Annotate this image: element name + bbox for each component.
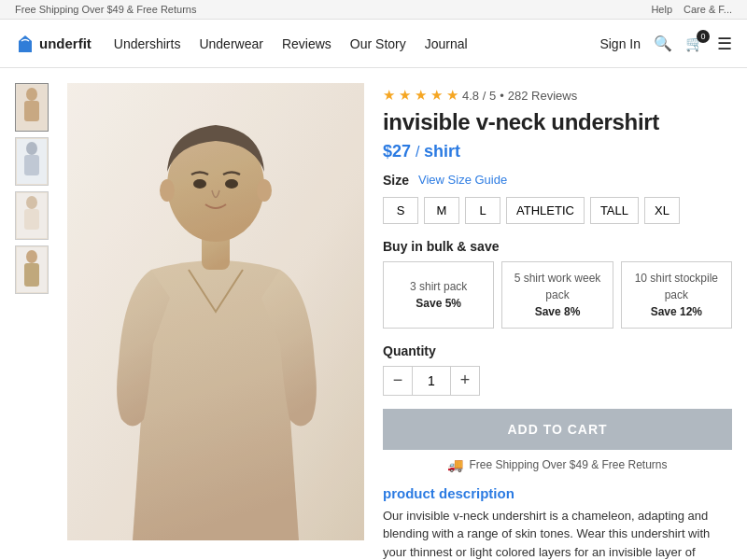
top-bar-links: Help Care & F... [651, 4, 732, 15]
bulk-5pack[interactable]: 5 shirt work week pack Save 8% [501, 261, 613, 329]
nav-journal[interactable]: Journal [425, 36, 468, 51]
size-l[interactable]: L [465, 197, 500, 224]
size-xl[interactable]: XL [644, 197, 680, 224]
main-product-image [67, 83, 364, 540]
svg-point-10 [26, 250, 37, 263]
qty-input[interactable] [413, 366, 450, 396]
truck-icon: 🚚 [447, 457, 463, 472]
thumbnail-list [15, 83, 49, 560]
nav-links: Undershirts Underwear Reviews Our Story … [114, 36, 600, 51]
qty-label: Quantity [383, 343, 732, 358]
main-content: ★ ★ ★ ★ ★ 4.8 / 5 • 282 Reviews invisibl… [0, 68, 747, 560]
sign-in-link[interactable]: Sign In [599, 36, 641, 51]
thumb-4-img [17, 247, 47, 292]
help-link[interactable]: Help [651, 4, 672, 15]
dot-separator: • [500, 89, 504, 103]
star-2: ★ [399, 87, 411, 104]
svg-rect-5 [24, 155, 39, 175]
size-tall[interactable]: TALL [590, 197, 639, 224]
star-half: ★ [446, 87, 458, 104]
shipping-note: 🚚 Free Shipping Over $49 & Free Returns [383, 457, 732, 472]
add-to-cart-button[interactable]: ADD TO CART [383, 409, 732, 450]
description-section: product description Our invisible v-neck… [383, 485, 732, 560]
logo-icon [15, 34, 35, 54]
size-guide-link[interactable]: View Size Guide [418, 173, 507, 187]
qty-increment[interactable]: + [450, 366, 480, 396]
nav-underwear[interactable]: Underwear [199, 36, 262, 51]
logo-text: underfit [39, 35, 92, 51]
nav-undershirts[interactable]: Undershirts [114, 36, 181, 51]
thumb-1[interactable] [15, 83, 49, 132]
thumb-4[interactable] [15, 245, 49, 294]
thumb-3-img [17, 193, 47, 238]
size-s[interactable]: S [383, 197, 418, 224]
bulk-label: Buy in bulk & save [383, 239, 732, 254]
size-row: Size View Size Guide [383, 173, 732, 188]
bulk-3pack[interactable]: 3 shirt pack Save 5% [383, 261, 494, 329]
menu-icon[interactable]: ☰ [717, 34, 732, 54]
svg-point-1 [26, 88, 37, 101]
main-nav: underfit Undershirts Underwear Reviews O… [0, 20, 747, 68]
bulk-10pack[interactable]: 10 shirt stockpile pack Save 12% [621, 261, 732, 329]
cart-icon-wrap[interactable]: 🛒 0 [685, 35, 704, 52]
logo-link[interactable]: underfit [15, 34, 92, 54]
svg-point-17 [160, 179, 175, 202]
thumb-2[interactable] [15, 137, 49, 186]
size-options: S M L ATHLETIC TALL XL [383, 197, 732, 224]
star-4: ★ [430, 87, 443, 104]
nav-right: Sign In 🔍 🛒 0 ☰ [599, 34, 732, 54]
rating-row: ★ ★ ★ ★ ★ 4.8 / 5 • 282 Reviews [383, 87, 732, 104]
svg-rect-8 [24, 209, 39, 230]
qty-row: − + [383, 366, 732, 396]
product-info: ★ ★ ★ ★ ★ 4.8 / 5 • 282 Reviews invisibl… [383, 83, 732, 560]
svg-point-4 [26, 142, 37, 155]
search-icon[interactable]: 🔍 [654, 35, 672, 52]
size-label: Size [383, 173, 409, 188]
desc-text: Our invisible v-neck undershirt is a cha… [383, 507, 732, 560]
size-m[interactable]: M [424, 197, 459, 224]
svg-point-18 [257, 179, 272, 202]
product-photo [67, 83, 364, 540]
star-3: ★ [415, 87, 427, 104]
nav-our-story[interactable]: Our Story [350, 36, 406, 51]
bulk-options: 3 shirt pack Save 5% 5 shirt work week p… [383, 261, 732, 329]
care-link[interactable]: Care & F... [684, 4, 732, 15]
shipping-text: Free Shipping Over $49 & Free Returns [469, 458, 667, 471]
star-1: ★ [383, 87, 395, 104]
svg-point-16 [225, 179, 238, 189]
svg-point-7 [26, 196, 37, 209]
cart-badge: 0 [697, 30, 710, 43]
svg-point-15 [193, 179, 206, 189]
promo-text: Free Shipping Over $49 & Free Returns [15, 4, 196, 15]
product-price: $27 / shirt [383, 142, 732, 161]
desc-heading: product description [383, 485, 732, 501]
rating-value: 4.8 / 5 [462, 89, 496, 103]
svg-rect-11 [24, 263, 39, 287]
thumb-1-img [17, 85, 47, 130]
nav-reviews[interactable]: Reviews [282, 36, 331, 51]
qty-decrement[interactable]: − [383, 366, 413, 396]
size-athletic[interactable]: ATHLETIC [506, 197, 585, 224]
reviews-link[interactable]: 282 Reviews [508, 89, 577, 103]
svg-rect-2 [24, 101, 39, 121]
top-bar: Free Shipping Over $49 & Free Returns He… [0, 0, 747, 20]
product-title: invisible v-neck undershirt [383, 109, 732, 136]
thumb-3[interactable] [15, 191, 49, 240]
thumb-2-img [17, 139, 47, 184]
